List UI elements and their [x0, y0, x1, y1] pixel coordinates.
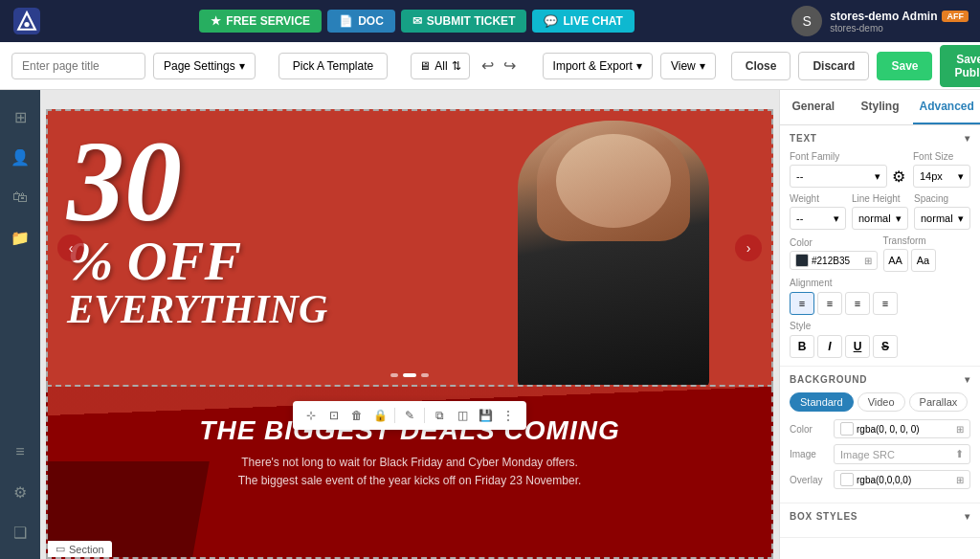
bg-overlay-field[interactable]: rgba(0,0,0,0) ⊞: [834, 470, 970, 489]
sidebar-icon-grid[interactable]: ⊞: [3, 100, 37, 134]
alignment-label: Alignment: [790, 278, 970, 288]
ft-save-icon[interactable]: 💾: [475, 405, 496, 426]
redo-button[interactable]: ↪: [500, 55, 520, 77]
tab-general[interactable]: General: [780, 90, 847, 124]
bg-image-label: Image: [790, 449, 828, 459]
bg-color-field[interactable]: rgba(0, 0, 0, 0) ⊞: [834, 419, 970, 438]
transform-label: Transform: [883, 235, 971, 246]
style-label: Style: [790, 321, 970, 331]
strikethrough-button[interactable]: S: [873, 335, 898, 358]
live-chat-button[interactable]: 💬 LIVE CHAT: [532, 10, 634, 33]
hero-nav-left[interactable]: ‹: [57, 235, 84, 261]
transform-AA-button[interactable]: AA: [883, 249, 908, 272]
page-settings-dropdown[interactable]: Page Settings ▾: [153, 53, 256, 79]
undo-button[interactable]: ↩: [478, 55, 498, 77]
transform-buttons: AA Aa: [883, 249, 971, 272]
ft-lock-icon[interactable]: 🔒: [369, 405, 390, 426]
box-styles-header[interactable]: BOX STYLES ▾: [790, 511, 970, 522]
line-height-dropdown[interactable]: normal ▾: [852, 207, 908, 230]
align-justify-button[interactable]: ≡: [873, 292, 898, 315]
device-selector[interactable]: 🖥 All ⇅: [411, 53, 469, 79]
color-swatch: [795, 254, 809, 267]
background-section: BACKGROUND ▾ Standard Video Parallax Col…: [780, 367, 980, 503]
color-field[interactable]: #212B35 ⊞: [790, 251, 878, 270]
tab-styling[interactable]: Styling: [847, 90, 914, 124]
color-expand-icon: ⊞: [956, 424, 964, 435]
background-section-header[interactable]: BACKGROUND ▾: [790, 374, 970, 385]
submit-ticket-button[interactable]: ✉ SUBMIT TICKET: [401, 10, 527, 33]
chevron-icon-2: ▾: [958, 170, 964, 183]
chevron-down-icon-box: ▾: [965, 511, 970, 522]
hero-dots: [390, 373, 429, 377]
view-dropdown[interactable]: View ▾: [660, 53, 716, 79]
font-family-col: Font Family -- ▾ ⚙: [790, 151, 907, 188]
bg-tab-standard[interactable]: Standard: [790, 392, 854, 412]
transform-Aa-button[interactable]: Aa: [911, 249, 936, 272]
page-title-input[interactable]: [11, 53, 145, 79]
sidebar-icon-folder[interactable]: 📁: [3, 220, 37, 255]
spacing-label: Spacing: [914, 193, 970, 204]
spacing-dropdown[interactable]: normal ▾: [914, 207, 970, 230]
font-size-label: Font Size: [913, 151, 970, 162]
weight-row: Weight -- ▾ Line Height normal ▾ Spacing: [790, 193, 970, 230]
page-settings-label: Page Settings: [164, 59, 235, 73]
user-info: stores-demo Admin AFF stores-demo: [830, 10, 969, 34]
text-section-header[interactable]: TEXT ▾: [790, 133, 970, 144]
box-styles-section: BOX STYLES ▾: [780, 503, 980, 538]
align-right-button[interactable]: ≡: [845, 292, 870, 315]
close-button[interactable]: Close: [731, 52, 791, 80]
style-buttons: B I U S: [790, 335, 970, 358]
doc-button[interactable]: 📄 DOC: [327, 10, 395, 33]
main-layout: ⊞ 👤 🛍 📁 ≡ ⚙ ❑ 30 % OFF EVERYTHING: [0, 90, 980, 559]
overlay-value: rgba(0,0,0,0): [857, 475, 911, 485]
gear-icon[interactable]: ⚙: [890, 168, 907, 185]
save-publish-button[interactable]: Save & Publish: [940, 45, 980, 87]
weight-col: Weight -- ▾: [790, 193, 846, 230]
sidebar-icon-user[interactable]: 👤: [3, 140, 37, 174]
color-label: Color: [790, 237, 878, 248]
hero-everything: EVERYTHING: [67, 289, 327, 329]
sidebar-icon-store[interactable]: 🛍: [3, 180, 37, 214]
sidebar-icon-settings[interactable]: ⚙: [3, 475, 37, 509]
hero-30: 30: [67, 130, 327, 234]
canvas-container: 30 % OFF EVERYTHING ‹ ›: [46, 109, 773, 559]
dot-1: [390, 373, 398, 377]
bold-button[interactable]: B: [790, 335, 814, 358]
line-height-label: Line Height: [852, 193, 908, 204]
discard-button[interactable]: Discard: [798, 52, 869, 80]
hero-nav-right[interactable]: ›: [735, 235, 762, 261]
ft-more-icon[interactable]: ⋮: [498, 405, 519, 426]
font-family-dropdown[interactable]: -- ▾: [790, 165, 887, 188]
upload-icon: ⬆: [955, 448, 964, 460]
align-center-button[interactable]: ≡: [817, 292, 842, 315]
star-icon: ★: [211, 14, 221, 28]
model-silhouette: [518, 121, 709, 387]
font-size-dropdown[interactable]: 14px ▾: [913, 165, 970, 188]
pick-template-button[interactable]: Pick A Template: [278, 53, 389, 79]
sidebar-icon-menu[interactable]: ≡: [3, 435, 37, 469]
chevron-down-icon: ▾: [965, 133, 970, 144]
ft-move-icon[interactable]: ⊹: [301, 405, 322, 426]
bg-tab-parallax[interactable]: Parallax: [909, 392, 969, 412]
chat-icon: 💬: [544, 14, 558, 28]
sidebar-icon-section[interactable]: ❑: [3, 515, 37, 549]
ft-delete-icon[interactable]: 🗑: [346, 405, 368, 426]
ft-duplicate-icon[interactable]: ⧉: [429, 405, 450, 426]
tab-advanced[interactable]: Advanced: [913, 90, 980, 124]
color-value: #212B35: [812, 256, 850, 266]
ft-widget-icon[interactable]: ◫: [452, 405, 473, 426]
import-export-dropdown[interactable]: Import & Export ▾: [543, 53, 653, 79]
bg-tab-video[interactable]: Video: [858, 392, 905, 412]
underline-button[interactable]: U: [845, 335, 870, 358]
ft-edit-icon[interactable]: ✎: [399, 405, 420, 426]
bg-image-field[interactable]: Image SRC ⬆: [834, 444, 970, 464]
free-service-button[interactable]: ★ FREE SERVICE: [199, 10, 322, 33]
floating-toolbar: ⊹ ⊡ 🗑 🔒 ✎ ⧉ ◫ 💾 ⋮: [293, 401, 526, 430]
weight-dropdown[interactable]: -- ▾: [790, 207, 846, 230]
ft-structure-icon[interactable]: ⊡: [323, 405, 345, 426]
transform-col: Transform AA Aa: [883, 235, 971, 272]
font-size-field: 14px ▾: [913, 165, 970, 188]
italic-button[interactable]: I: [817, 335, 842, 358]
align-left-button[interactable]: ≡: [790, 292, 814, 315]
save-button[interactable]: Save: [877, 52, 932, 80]
